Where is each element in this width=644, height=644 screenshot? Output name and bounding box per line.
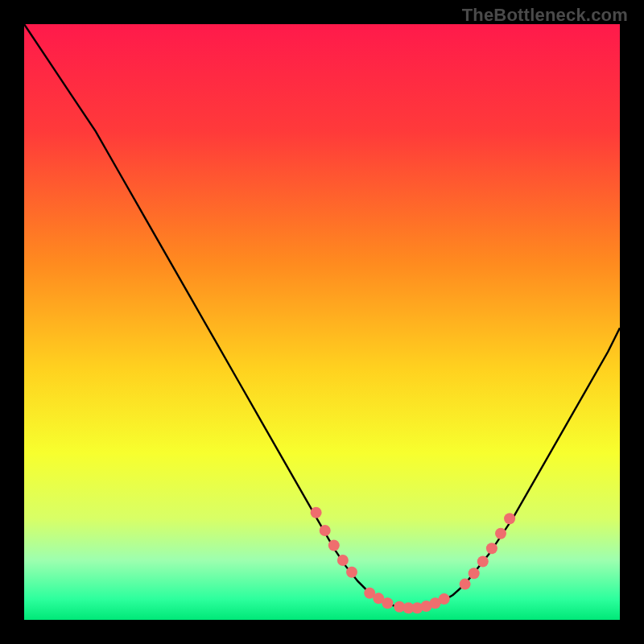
curve-marker bbox=[495, 528, 506, 539]
curve-marker bbox=[460, 579, 471, 590]
curve-marker bbox=[346, 567, 357, 578]
plot-area bbox=[24, 24, 620, 620]
curve-marker bbox=[504, 513, 515, 524]
curve-marker bbox=[382, 597, 393, 609]
curve-marker bbox=[311, 507, 322, 518]
curve-marker bbox=[486, 543, 497, 554]
curve-marker bbox=[328, 540, 340, 551]
curve-marker bbox=[337, 555, 349, 566]
curve-marker bbox=[477, 555, 489, 567]
chart-frame: TheBottleneck.com bbox=[0, 0, 644, 644]
curve-marker bbox=[320, 525, 331, 536]
bottleneck-curve-chart bbox=[24, 24, 620, 620]
watermark-text: TheBottleneck.com bbox=[462, 5, 628, 26]
curve-marker bbox=[469, 568, 480, 579]
curve-marker bbox=[439, 593, 450, 605]
